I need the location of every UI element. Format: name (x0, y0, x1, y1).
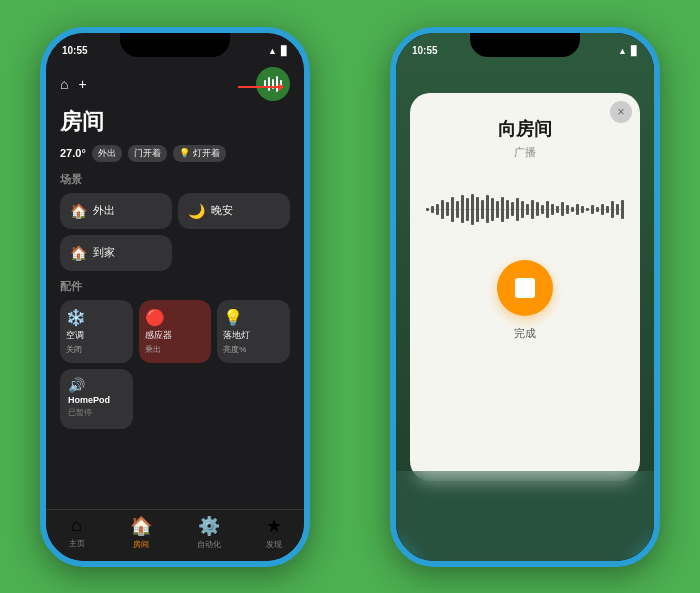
scene-label: 外出 (93, 203, 115, 218)
status-icons-left: ▲ ▊ (268, 46, 288, 56)
battery-icon-right: ▊ (631, 46, 638, 56)
waveform-bar (496, 201, 499, 218)
acc-sensor[interactable]: 🔴 感应器 乘出 (139, 300, 212, 363)
waveform-bar (591, 205, 594, 213)
waveform-bar (511, 202, 514, 216)
scene-label: 晚安 (211, 203, 233, 218)
waveform-bar (606, 206, 609, 213)
discover-tab-label: 发现 (266, 539, 282, 550)
acc-ac[interactable]: ❄️ 空调 关闭 (60, 300, 133, 363)
homepod-label: HomePod (68, 395, 125, 405)
homepod-status: 已暂停 (68, 407, 125, 418)
lamp-icon: 💡 (223, 308, 243, 327)
sensor-label: 感应器 (145, 329, 172, 342)
discover-tab-icon: ★ (266, 515, 282, 537)
broadcast-subtitle: 广播 (514, 145, 536, 160)
waveform-bar (601, 204, 604, 215)
waveform-bar (596, 207, 599, 213)
tab-room[interactable]: 🏠 房间 (130, 515, 152, 550)
room-tab-label: 房间 (133, 539, 149, 550)
ac-label: 空调 (66, 329, 84, 342)
broadcast-title: 向房间 (498, 117, 552, 141)
scene-icon: 🏠 (70, 245, 87, 261)
ac-icon: ❄️ (66, 308, 86, 327)
homepod-icon: 🔊 (68, 377, 125, 393)
waveform-bar (476, 197, 479, 222)
sensor-icon: 🔴 (145, 308, 165, 327)
waveform-bar (431, 206, 434, 213)
stop-icon (515, 278, 535, 298)
waveform-bar (461, 195, 464, 223)
waveform-bar (501, 197, 504, 222)
waveform-bar (451, 197, 454, 222)
tab-discover[interactable]: ★ 发现 (266, 515, 282, 550)
waveform-bar (576, 204, 579, 215)
ac-status: 关闭 (66, 344, 82, 355)
waveform-bar (566, 205, 569, 213)
outside-label: 外出 (98, 147, 116, 160)
waveform-bar (531, 200, 534, 220)
waveform-bar (616, 204, 619, 215)
wifi-icon-right: ▲ (618, 46, 627, 56)
scene-icon: 🏠 (70, 203, 87, 219)
scene-item-outing[interactable]: 🏠 外出 (60, 193, 172, 229)
waveform-bar (521, 201, 524, 218)
left-phone: 10:55 ▲ ▊ ⌂ + (40, 27, 310, 567)
broadcast-card: × 向房间 广播 完成 (410, 93, 640, 481)
arrow-line (238, 86, 278, 88)
waveform-bar (571, 207, 574, 211)
waveform-bar (541, 205, 544, 213)
door-label: 门开着 (134, 147, 161, 160)
arrow-indicator (238, 83, 284, 91)
waveform-bar (516, 198, 519, 220)
left-phone-screen: 10:55 ▲ ▊ ⌂ + (46, 33, 304, 561)
room-tab-icon: 🏠 (130, 515, 152, 537)
notch-right (470, 33, 580, 57)
automation-tab-label: 自动化 (197, 539, 221, 550)
scenes-section-title: 场景 (46, 172, 304, 193)
right-phone-screen: 10:55 ▲ ▊ × 向房间 广播 完成 (396, 33, 654, 561)
accessories-section-title: 配件 (46, 279, 304, 300)
acc-lamp[interactable]: 💡 落地灯 亮度% (217, 300, 290, 363)
waveform-bar (611, 201, 614, 218)
homepod-row: 🔊 HomePod 已暂停 (46, 369, 304, 429)
waveform-bar (471, 194, 474, 225)
outside-badge: 外出 (92, 145, 122, 162)
home-icon[interactable]: ⌂ (60, 76, 68, 92)
close-button[interactable]: × (610, 101, 632, 123)
battery-icon: ▊ (281, 46, 288, 56)
done-label: 完成 (514, 326, 536, 341)
waveform-bar (491, 198, 494, 220)
scene-item-home[interactable]: 🏠 到家 (60, 235, 172, 271)
status-icons-right: ▲ ▊ (618, 46, 638, 56)
time-left: 10:55 (62, 45, 88, 56)
waveform-bar (586, 208, 589, 211)
waveform-bar (486, 195, 489, 223)
add-icon[interactable]: + (78, 76, 86, 92)
accessories-grid: ❄️ 空调 关闭 🔴 感应器 乘出 💡 落地灯 亮度% (46, 300, 304, 369)
lamp-status: 亮度% (223, 344, 246, 355)
blur-overlay (396, 471, 654, 561)
waveform-bar (456, 201, 459, 218)
scene-icon: 🌙 (188, 203, 205, 219)
waveform-bar (551, 204, 554, 215)
home-tab-label: 主页 (69, 538, 85, 549)
room-title: 房间 (46, 107, 304, 145)
waveform-bar (426, 208, 429, 211)
scene-item-goodnight[interactable]: 🌙 晚安 (178, 193, 290, 229)
stop-button[interactable] (497, 260, 553, 316)
waveform-bar (546, 201, 549, 218)
arrow-head (278, 83, 284, 91)
tab-home[interactable]: ⌂ 主页 (69, 515, 85, 549)
home-tab-icon: ⌂ (71, 515, 82, 536)
temperature: 27.0° (60, 147, 86, 159)
tab-automation[interactable]: ⚙️ 自动化 (197, 515, 221, 550)
homepod-item[interactable]: 🔊 HomePod 已暂停 (60, 369, 133, 429)
scene-label: 到家 (93, 245, 115, 260)
waveform-area (426, 190, 624, 230)
waveform-bars (426, 194, 624, 225)
waveform-bar (526, 204, 529, 215)
waveform-bar (466, 198, 469, 220)
notch (120, 33, 230, 57)
right-phone: 10:55 ▲ ▊ × 向房间 广播 完成 (390, 27, 660, 567)
